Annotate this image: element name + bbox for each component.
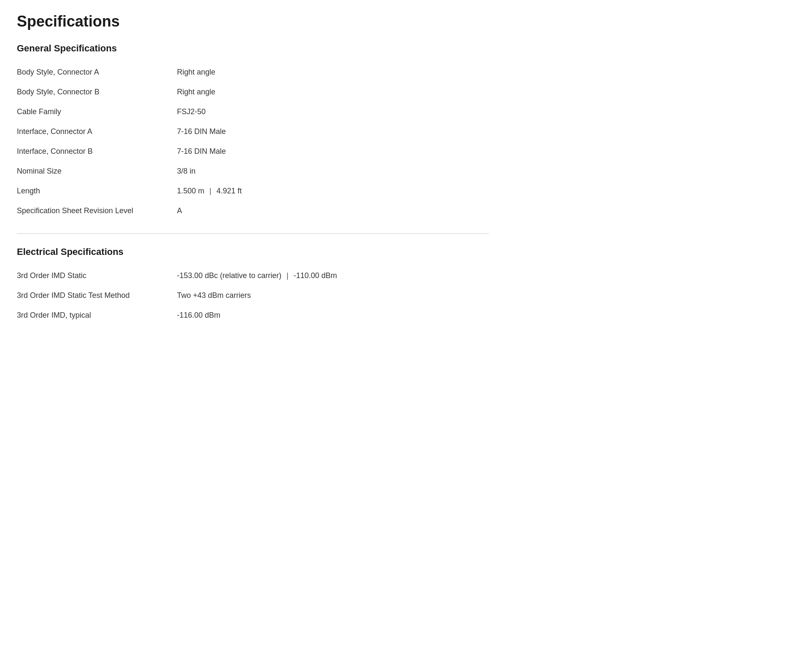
- spec-label: Specification Sheet Revision Level: [17, 201, 177, 221]
- spec-label: Length: [17, 181, 177, 201]
- spec-value: 1.500 m|4.921 ft: [177, 181, 489, 201]
- spec-value: Two +43 dBm carriers: [177, 286, 489, 305]
- spec-value: 7-16 DIN Male: [177, 142, 489, 161]
- spec-value: FSJ2-50: [177, 102, 489, 122]
- table-row: Body Style, Connector BRight angle: [17, 82, 489, 102]
- table-row: Length1.500 m|4.921 ft: [17, 181, 489, 201]
- table-row: 3rd Order IMD Static-153.00 dBc (relativ…: [17, 266, 489, 286]
- electrical-specifications-section: Electrical Specifications 3rd Order IMD …: [17, 246, 489, 325]
- table-row: Specification Sheet Revision LevelA: [17, 201, 489, 221]
- section-divider: [17, 233, 489, 234]
- spec-value: -116.00 dBm: [177, 305, 489, 325]
- general-specs-table: Body Style, Connector ARight angleBody S…: [17, 62, 489, 221]
- pipe-separator: |: [209, 187, 212, 195]
- spec-label: Nominal Size: [17, 161, 177, 181]
- spec-label: Body Style, Connector A: [17, 62, 177, 82]
- spec-value: A: [177, 201, 489, 221]
- spec-value: 7-16 DIN Male: [177, 122, 489, 142]
- spec-value: Right angle: [177, 62, 489, 82]
- spec-value: 3/8 in: [177, 161, 489, 181]
- general-specifications-section: General Specifications Body Style, Conne…: [17, 43, 489, 221]
- spec-value: -153.00 dBc (relative to carrier)|-110.0…: [177, 266, 489, 286]
- table-row: Nominal Size3/8 in: [17, 161, 489, 181]
- electrical-specs-table: 3rd Order IMD Static-153.00 dBc (relativ…: [17, 266, 489, 325]
- spec-value-primary: 1.500 m: [177, 187, 204, 195]
- table-row: 3rd Order IMD Static Test MethodTwo +43 …: [17, 286, 489, 305]
- table-row: Interface, Connector A7-16 DIN Male: [17, 122, 489, 142]
- table-row: Body Style, Connector ARight angle: [17, 62, 489, 82]
- spec-label: Body Style, Connector B: [17, 82, 177, 102]
- page-title: Specifications: [17, 13, 489, 30]
- spec-label: Interface, Connector B: [17, 142, 177, 161]
- table-row: Cable FamilyFSJ2-50: [17, 102, 489, 122]
- general-specifications-heading: General Specifications: [17, 43, 489, 54]
- spec-value-primary: -153.00 dBc (relative to carrier): [177, 271, 281, 280]
- spec-label: 3rd Order IMD, typical: [17, 305, 177, 325]
- electrical-specifications-heading: Electrical Specifications: [17, 246, 489, 257]
- spec-label: Interface, Connector A: [17, 122, 177, 142]
- spec-label: 3rd Order IMD Static: [17, 266, 177, 286]
- spec-value: Right angle: [177, 82, 489, 102]
- spec-label: 3rd Order IMD Static Test Method: [17, 286, 177, 305]
- table-row: 3rd Order IMD, typical-116.00 dBm: [17, 305, 489, 325]
- spec-label: Cable Family: [17, 102, 177, 122]
- spec-value-secondary: 4.921 ft: [217, 187, 242, 195]
- pipe-separator: |: [287, 271, 289, 280]
- spec-value-secondary: -110.00 dBm: [294, 271, 337, 280]
- table-row: Interface, Connector B7-16 DIN Male: [17, 142, 489, 161]
